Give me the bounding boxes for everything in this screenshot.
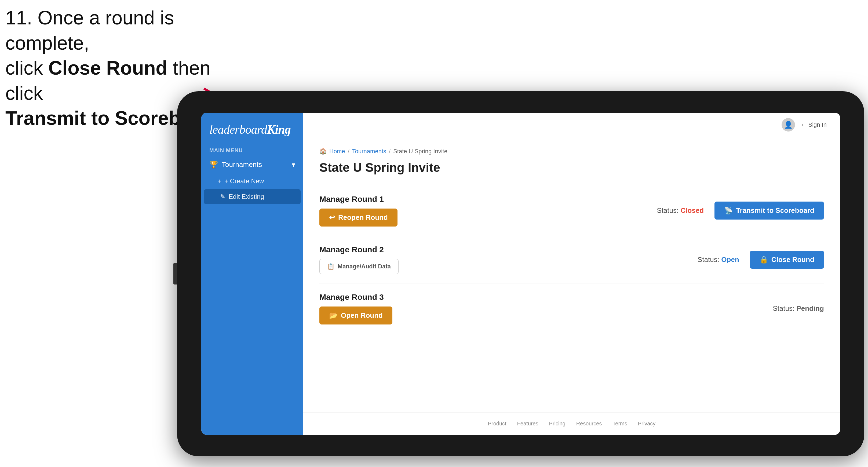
logo-king: King — [267, 123, 291, 136]
round2-status-value: Open — [721, 255, 739, 263]
round1-status-value: Closed — [680, 207, 704, 214]
breadcrumb-tournaments[interactable]: Tournaments — [352, 148, 386, 155]
sign-in-area[interactable]: 👤 → Sign In — [782, 118, 827, 131]
footer: Product Features Pricing Resources Terms… — [303, 412, 840, 435]
avatar: 👤 — [782, 118, 795, 131]
footer-terms[interactable]: Terms — [613, 421, 627, 427]
round-row-3: Manage Round 3 📂 Open Round Status: Pend… — [319, 283, 824, 334]
lock-icon: 🔒 — [760, 255, 768, 264]
round1-title: Manage Round 1 — [319, 195, 398, 204]
breadcrumb-home[interactable]: Home — [329, 148, 345, 155]
footer-privacy[interactable]: Privacy — [638, 421, 656, 427]
reopen-round-label: Reopen Round — [338, 213, 388, 222]
instruction-click: click — [5, 57, 48, 79]
create-new-label: + Create New — [224, 178, 264, 185]
transmit-label: Transmit to Scoreboard — [736, 207, 814, 215]
reopen-round-button[interactable]: ↩ Reopen Round — [319, 209, 398, 226]
round-row-1: Manage Round 1 ↩ Reopen Round Status: Cl… — [319, 185, 824, 236]
sidebar-logo: leaderboardKing — [201, 113, 303, 143]
page-title: State U Spring Invite — [319, 160, 824, 175]
main-menu-label: MAIN MENU — [201, 143, 303, 156]
open-round-button[interactable]: 📂 Open Round — [319, 307, 393, 324]
table-icon: 📋 — [327, 263, 334, 270]
round1-status: Status: Closed — [657, 207, 704, 215]
sign-in-arrow: → — [799, 121, 805, 128]
transmit-icon: 📡 — [724, 207, 733, 215]
sidebar-item-tournaments[interactable]: 🏆 Tournaments ▾ — [201, 156, 303, 174]
close-round-button[interactable]: 🔒 Close Round — [750, 251, 824, 269]
content-area: 🏠 Home / Tournaments / State U Spring In… — [303, 137, 840, 412]
sidebar-tournaments-label: Tournaments — [222, 160, 262, 169]
footer-product[interactable]: Product — [488, 421, 506, 427]
chevron-down-icon: ▾ — [292, 160, 295, 169]
tablet-frame: leaderboardKing MAIN MENU 🏆 Tournaments … — [177, 91, 864, 456]
round2-title: Manage Round 2 — [319, 245, 399, 254]
footer-pricing[interactable]: Pricing — [549, 421, 565, 427]
round2-status: Status: Open — [698, 255, 739, 264]
open-round-label: Open Round — [341, 311, 383, 320]
reopen-icon: ↩ — [329, 213, 335, 222]
round-row-2: Manage Round 2 📋 Manage/Audit Data Statu… — [319, 236, 824, 283]
instruction-line1: 11. Once a round is complete, — [5, 5, 247, 56]
breadcrumb: 🏠 Home / Tournaments / State U Spring In… — [319, 148, 824, 155]
user-icon: 👤 — [784, 121, 793, 129]
footer-resources[interactable]: Resources — [576, 421, 602, 427]
manage-audit-label: Manage/Audit Data — [338, 263, 391, 270]
tablet-screen: leaderboardKing MAIN MENU 🏆 Tournaments … — [201, 113, 840, 435]
open-icon: 📂 — [329, 311, 338, 320]
round3-status: Status: Pending — [773, 304, 824, 313]
logo-leaderboard: leaderboard — [209, 123, 267, 136]
edit-existing-label: Edit Existing — [229, 193, 264, 200]
app-layout: leaderboardKing MAIN MENU 🏆 Tournaments … — [201, 113, 840, 435]
close-round-label: Close Round — [771, 255, 814, 264]
round3-status-value: Pending — [796, 304, 824, 312]
home-icon: 🏠 — [319, 148, 327, 155]
logo: leaderboardKing — [209, 122, 295, 136]
sidebar-item-create-new[interactable]: + + Create New — [201, 174, 303, 189]
sign-in-label[interactable]: Sign In — [808, 121, 827, 128]
round3-title: Manage Round 3 — [319, 292, 393, 302]
edit-icon: ✎ — [220, 193, 225, 200]
top-bar: 👤 → Sign In — [303, 113, 840, 137]
trophy-icon: 🏆 — [209, 160, 218, 169]
main-content: 👤 → Sign In 🏠 Home / Tournaments / — [303, 113, 840, 435]
breadcrumb-current: State U Spring Invite — [393, 148, 447, 155]
tablet-side-button — [174, 263, 177, 284]
sidebar-item-edit-existing[interactable]: ✎ Edit Existing — [204, 189, 301, 204]
plus-icon: + — [217, 178, 221, 185]
manage-audit-button[interactable]: 📋 Manage/Audit Data — [319, 259, 399, 274]
footer-features[interactable]: Features — [517, 421, 538, 427]
sidebar: leaderboardKing MAIN MENU 🏆 Tournaments … — [201, 113, 303, 435]
instruction-close-round: Close Round — [48, 57, 167, 79]
transmit-to-scoreboard-button[interactable]: 📡 Transmit to Scoreboard — [714, 201, 824, 220]
